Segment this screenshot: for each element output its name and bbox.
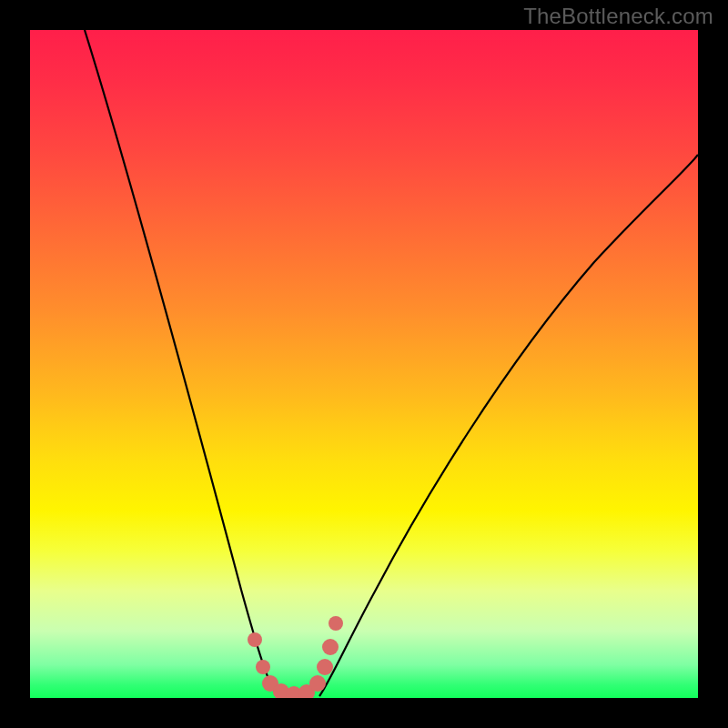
curve-right — [319, 155, 698, 696]
watermark-text: TheBottleneck.com — [523, 4, 713, 29]
bead-icon — [248, 632, 262, 647]
chart-frame: TheBottleneck.com — [0, 0, 728, 728]
plot-area — [30, 30, 698, 698]
bead-icon — [322, 639, 339, 655]
curve-left — [85, 30, 278, 696]
bead-icon — [317, 659, 333, 675]
marker-group — [248, 616, 343, 698]
bead-icon — [256, 660, 270, 674]
curve-svg — [30, 30, 698, 698]
bead-icon — [329, 616, 343, 631]
bead-icon — [309, 675, 326, 692]
